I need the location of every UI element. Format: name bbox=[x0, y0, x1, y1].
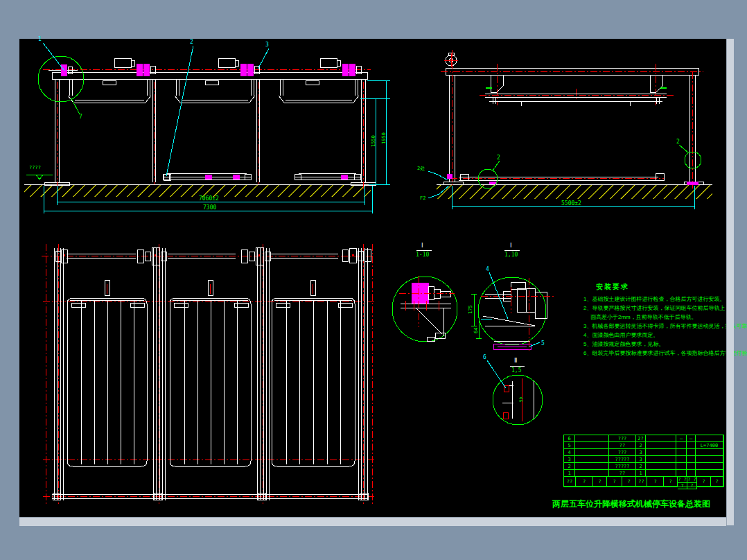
bom-header-cell: ? ? bbox=[678, 477, 687, 483]
dim-height-outer: 1950 bbox=[382, 132, 387, 144]
bom-total-weight: – bbox=[687, 435, 696, 442]
detail-callout-7: 7 bbox=[79, 114, 82, 120]
table-row: 5 ?? 2 L=7400 bbox=[564, 442, 723, 449]
bom-no: 3 bbox=[564, 456, 575, 463]
detail-c-scale: 1,5 bbox=[511, 368, 521, 374]
side-margin-label-top: 2处 bbox=[417, 166, 425, 171]
callout-6: 6 bbox=[483, 355, 486, 360]
dim-width-outer: 7300 bbox=[203, 205, 216, 211]
bom-qty: 1 bbox=[636, 470, 646, 477]
detail-b-tag: Ⅰ bbox=[510, 243, 512, 249]
bom-total-weight bbox=[687, 442, 696, 449]
table-row: 6 ??? 2? – – bbox=[564, 435, 723, 442]
bom-remark: L=7400 bbox=[696, 442, 723, 449]
note-line: 2、导轨要严格按尺寸进行安装，保证同组车位前后导轨上 bbox=[583, 306, 725, 311]
detail-b-scale: 1,10 bbox=[504, 252, 518, 258]
bom-remark bbox=[696, 463, 723, 470]
bom-header-cell: ? bbox=[576, 477, 593, 487]
bom-material bbox=[646, 463, 676, 470]
bom-material bbox=[646, 435, 676, 442]
bom-remark bbox=[696, 449, 723, 456]
callout-5: 5 bbox=[541, 341, 545, 347]
dim-side-width: 5500±2 bbox=[561, 201, 581, 207]
callout-3: 3 bbox=[265, 42, 269, 48]
bom-unit-weight bbox=[676, 463, 687, 470]
side-callout-right: 2 bbox=[676, 139, 680, 145]
bom-qty: 2 bbox=[636, 442, 646, 449]
bom-unit-weight bbox=[676, 442, 687, 449]
cad-viewer-window: 1 2 3 7 ???? 7060±2 7300 1550 1950 2 2 2… bbox=[0, 0, 747, 560]
side-callout-left: 2 bbox=[497, 155, 500, 161]
bom-header-cell: 7 bbox=[678, 483, 687, 489]
bom-code bbox=[575, 435, 609, 442]
side-margin-label-bottom: F2 bbox=[420, 196, 425, 201]
bom-code bbox=[575, 456, 609, 463]
bom-no: 4 bbox=[564, 449, 575, 456]
bom-remark bbox=[696, 456, 723, 463]
bom-code bbox=[575, 449, 609, 456]
horizontal-scrollbar[interactable] bbox=[19, 517, 726, 526]
bom-header-cell: ? bbox=[697, 477, 711, 487]
bom-material bbox=[646, 449, 676, 456]
bom-header-split: ? ? ? ? 7 ? bbox=[678, 477, 697, 487]
bom-part-name: ????? bbox=[609, 456, 636, 463]
bom-part-name: ??? bbox=[609, 435, 636, 442]
ground-level-marker: ???? bbox=[29, 166, 41, 170]
bom-material bbox=[646, 470, 676, 477]
bom-header-cell: ? bbox=[593, 477, 607, 487]
detail-view-a bbox=[392, 250, 457, 342]
bom-header-cell: ?? bbox=[564, 477, 576, 487]
bom-part-name: ?? bbox=[609, 470, 636, 477]
detail-a-tag: Ⅰ bbox=[421, 243, 423, 249]
note-line: 3、机械各部要运转灵活不得卡滞，所有零件要运动灵活，接头可靠。 bbox=[583, 324, 747, 329]
bom-qty: 2 bbox=[636, 463, 646, 470]
bom-qty: 2? bbox=[636, 435, 646, 442]
callout-4: 4 bbox=[486, 267, 489, 272]
drawing-title: 两层五车位升降横移式机械停车设备总装图 bbox=[552, 498, 726, 510]
bom-part-name: ??? bbox=[609, 449, 636, 456]
table-row: 1 ?? 1 bbox=[564, 470, 723, 477]
detail-a-scale: 1-10 bbox=[416, 252, 429, 258]
bom-header-cell: ? ? bbox=[687, 477, 697, 483]
dim-height-inner: 1550 bbox=[371, 135, 376, 147]
bom-material bbox=[646, 456, 676, 463]
bom-total-weight bbox=[687, 463, 696, 470]
detail-c-dim: 50 bbox=[519, 397, 523, 402]
bom-header-cell: ? bbox=[664, 477, 678, 487]
bom-qty: 3 bbox=[636, 449, 646, 456]
notes-title: 安装要求 bbox=[596, 283, 629, 290]
bom-material bbox=[646, 442, 676, 449]
bom-total-weight bbox=[687, 456, 696, 463]
bom-table: 6 ??? 2? – – 5 ?? 2 L=7400 4 ??? 3 bbox=[563, 435, 724, 487]
bom-part-name: ????? bbox=[609, 463, 636, 470]
bom-header-cell: ? bbox=[607, 477, 622, 487]
note-line: 面高差小于2mm，且前导轨不低于后导轨。 bbox=[590, 315, 697, 320]
bom-qty: 3 bbox=[636, 456, 646, 463]
bom-part-name: ?? bbox=[609, 442, 636, 449]
vertical-scrollbar[interactable] bbox=[726, 39, 734, 525]
bom-header-cell: ? bbox=[687, 483, 697, 489]
bom-header-cell: ? bbox=[647, 477, 664, 487]
bom-total-weight bbox=[687, 449, 696, 456]
bom-header-cell: ? bbox=[711, 477, 723, 487]
bom-code bbox=[575, 470, 609, 477]
side-elevation-view bbox=[428, 50, 712, 209]
bom-total-weight bbox=[687, 470, 696, 477]
callout-1: 1 bbox=[38, 37, 42, 42]
bom-unit-weight bbox=[676, 456, 687, 463]
bom-no: 2 bbox=[564, 463, 575, 470]
bom-header-cell: ? bbox=[622, 477, 636, 487]
bom-code bbox=[575, 442, 609, 449]
bom-code bbox=[575, 463, 609, 470]
bom-no: 6 bbox=[564, 435, 575, 442]
detail-b-dim-offset: 64 bbox=[474, 328, 479, 333]
detail-b-dim-height: 175 bbox=[468, 305, 473, 314]
note-line: 4、面漆颜色由用户要求而定。 bbox=[583, 333, 658, 338]
table-row: 3 ????? 3 bbox=[564, 456, 723, 463]
bom-unit-weight bbox=[676, 449, 687, 456]
dim-width-inner: 7060±2 bbox=[199, 196, 219, 202]
bom-no: 1 bbox=[564, 470, 575, 477]
callout-2: 2 bbox=[190, 40, 193, 45]
bom-unit-weight bbox=[676, 470, 687, 477]
note-line: 6、组装完毕后要按标准要求进行试车，各项指标合格后方可交付验收。 bbox=[583, 351, 747, 356]
